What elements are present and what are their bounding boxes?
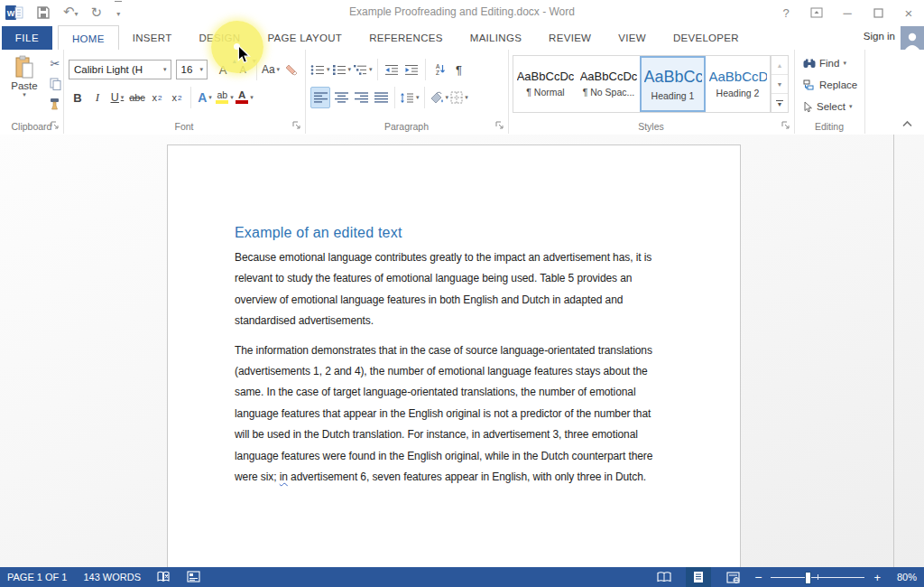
- zoom-in-button[interactable]: +: [873, 571, 881, 584]
- subscript-button[interactable]: x2: [148, 88, 166, 107]
- word-count[interactable]: 143 WORDS: [83, 572, 141, 582]
- styles-scroll-down-button[interactable]: ▼: [772, 75, 788, 94]
- title-bar: W ↶▾ ↻ ▾ Example Proofreading and Editin…: [0, 0, 924, 25]
- read-mode-button[interactable]: [651, 567, 677, 587]
- zoom-out-button[interactable]: −: [754, 570, 762, 584]
- editing-group: Find▾ Replace Select▾ Editing: [794, 50, 865, 134]
- print-layout-button[interactable]: [686, 567, 711, 587]
- maximize-button[interactable]: [866, 3, 890, 23]
- show-hide-pilcrow-button[interactable]: ¶: [450, 60, 468, 79]
- sign-in-link[interactable]: Sign in: [864, 31, 895, 42]
- underline-button[interactable]: U▾: [108, 88, 126, 107]
- text-highlight-button[interactable]: ab ▾: [216, 88, 234, 107]
- doc-line: Because emotional language contributes g…: [235, 251, 704, 272]
- tab-developer[interactable]: DEVELOPER: [660, 25, 753, 50]
- ribbon: Paste ▾ ✂ Clipboard Calibri Light (H▾ 16…: [0, 50, 924, 135]
- bullets-button[interactable]: ▾: [310, 60, 330, 79]
- align-right-button[interactable]: [352, 88, 370, 107]
- paste-button[interactable]: Paste ▾: [5, 55, 43, 124]
- grammar-error-word: in: [280, 471, 288, 483]
- font-dialog-launcher[interactable]: [292, 121, 301, 130]
- doc-line: language features were found in the Engl…: [235, 450, 704, 471]
- sort-button[interactable]: AZ: [430, 60, 448, 79]
- zoom-slider[interactable]: [771, 567, 864, 587]
- doc-line: The information demonstrates that in the…: [235, 344, 704, 365]
- styles-dialog-launcher[interactable]: [781, 121, 790, 130]
- multilevel-list-button[interactable]: ▾: [353, 60, 373, 79]
- line-spacing-button[interactable]: ▾: [400, 88, 420, 107]
- tab-insert[interactable]: INSERT: [119, 25, 186, 50]
- avatar[interactable]: [901, 26, 924, 50]
- text-effects-button[interactable]: A▾: [196, 88, 214, 107]
- tab-review[interactable]: REVIEW: [535, 25, 605, 50]
- tab-home[interactable]: HOME: [58, 25, 119, 51]
- align-center-button[interactable]: [332, 88, 350, 107]
- close-button[interactable]: ×: [897, 3, 920, 23]
- format-painter-button[interactable]: [47, 97, 63, 110]
- macro-recording-icon[interactable]: [187, 571, 200, 584]
- zoom-level[interactable]: 80%: [890, 572, 917, 582]
- styles-more-button[interactable]: ▼: [772, 94, 788, 112]
- doc-line: (advertisements 1, 2 and 4), the number …: [235, 365, 704, 386]
- collapse-ribbon-button[interactable]: [901, 115, 913, 131]
- ribbon-tab-row: FILE HOME INSERT DESIGN PAGE LAYOUT REFE…: [0, 25, 924, 51]
- style-normal[interactable]: AaBbCcDc ¶ Normal: [514, 57, 577, 109]
- clipboard-dialog-launcher[interactable]: [51, 121, 60, 130]
- strikethrough-button[interactable]: abc: [128, 88, 146, 107]
- font-color-icon: A: [236, 91, 248, 104]
- help-button[interactable]: ?: [774, 3, 798, 23]
- tab-references[interactable]: REFERENCES: [356, 25, 457, 50]
- italic-button[interactable]: I: [88, 88, 106, 107]
- paragraph-1: Because emotional language contributes g…: [235, 251, 704, 336]
- find-button[interactable]: Find▾: [803, 55, 857, 71]
- paste-icon: [14, 55, 35, 80]
- change-case-button[interactable]: Aa▾: [262, 60, 280, 79]
- paragraph-group-label: Paragraph: [305, 121, 508, 132]
- styles-group-label: Styles: [508, 121, 794, 132]
- replace-button[interactable]: Replace: [803, 77, 857, 93]
- cut-button[interactable]: ✂: [47, 57, 63, 70]
- font-color-button[interactable]: A ▾: [236, 88, 254, 107]
- increase-indent-button[interactable]: [402, 60, 420, 79]
- mouse-cursor-icon: [237, 45, 251, 64]
- styles-group: AaBbCcDc ¶ Normal AaBbCcDc ¶ No Spac... …: [508, 50, 795, 134]
- style-heading-1[interactable]: AaBbCc Heading 1: [640, 56, 706, 112]
- justify-button[interactable]: [372, 88, 390, 107]
- align-left-button[interactable]: [310, 87, 330, 108]
- minimize-button[interactable]: ─: [836, 3, 859, 23]
- numbering-button[interactable]: ▾: [332, 60, 352, 79]
- highlight-icon: ab: [216, 91, 228, 104]
- styles-gallery: AaBbCcDc ¶ Normal AaBbCcDc ¶ No Spac... …: [513, 55, 771, 113]
- font-name-combo[interactable]: Calibri Light (H▾: [69, 60, 171, 79]
- clear-formatting-button[interactable]: [282, 60, 300, 79]
- document-content[interactable]: Example of an edited text Because emotio…: [235, 225, 704, 491]
- superscript-button[interactable]: x2: [168, 88, 186, 107]
- paragraph-dialog-launcher[interactable]: [495, 121, 504, 130]
- tab-mailings[interactable]: MAILINGS: [457, 25, 535, 50]
- styles-scroll-up-button[interactable]: ▲: [772, 56, 788, 75]
- font-size-combo[interactable]: 16▾: [176, 60, 208, 79]
- doc-line: same. In the case of target language-ori…: [235, 386, 704, 406]
- tab-file[interactable]: FILE: [2, 26, 52, 50]
- ribbon-display-options-button[interactable]: [805, 3, 828, 23]
- doc-line: overview of emotional language features …: [235, 294, 704, 314]
- copy-button[interactable]: [47, 77, 63, 90]
- proofing-errors-icon[interactable]: [157, 571, 171, 584]
- bold-button[interactable]: B: [69, 88, 87, 107]
- web-layout-button[interactable]: [720, 567, 745, 587]
- scrollbar-track[interactable]: [893, 135, 894, 567]
- zoom-slider-thumb[interactable]: [805, 572, 811, 584]
- decrease-indent-button[interactable]: [383, 60, 401, 79]
- tab-page-layout[interactable]: PAGE LAYOUT: [254, 25, 356, 50]
- style-heading-2[interactable]: AaBbCcD Heading 2: [707, 57, 769, 109]
- window-controls: ? ─ ×: [774, 0, 920, 25]
- page-indicator[interactable]: PAGE 1 OF 1: [7, 572, 67, 582]
- doc-line: will be used in the Dutch translation. F…: [235, 428, 704, 449]
- select-button[interactable]: Select▾: [803, 98, 857, 115]
- shading-button[interactable]: ▾: [430, 88, 449, 107]
- document-page[interactable]: Example of an edited text Because emotio…: [167, 144, 741, 568]
- borders-button[interactable]: ▾: [450, 88, 468, 107]
- clipboard-group: Paste ▾ ✂ Clipboard: [0, 50, 64, 134]
- tab-view[interactable]: VIEW: [605, 25, 660, 50]
- style-no-spacing[interactable]: AaBbCcDc ¶ No Spac...: [578, 57, 640, 109]
